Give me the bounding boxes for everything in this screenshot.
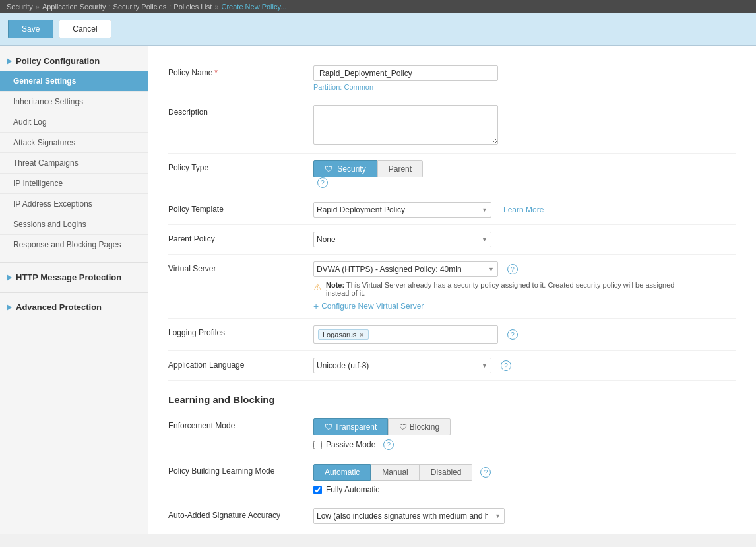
- virtual-server-label: Virtual Server: [168, 261, 313, 273]
- policy-template-label: Policy Template: [168, 202, 313, 214]
- breadcrumb-security: Security: [7, 3, 33, 11]
- breadcrumb-create-new[interactable]: Create New Policy...: [222, 3, 287, 11]
- parent-policy-select[interactable]: None: [313, 232, 491, 247]
- passive-mode-checkbox[interactable]: [313, 441, 322, 449]
- enforcement-mode-row: Enforcement Mode 🛡 Transparent 🛡 Blockin…: [168, 412, 736, 457]
- triangle-icon-adv: [7, 304, 12, 311]
- passive-mode-help-icon[interactable]: ?: [383, 439, 394, 450]
- advanced-protection-section[interactable]: Advanced Protection: [0, 297, 148, 317]
- policy-type-toggle-group: 🛡 Security Parent: [313, 160, 736, 177]
- logging-tag-close[interactable]: ✕: [359, 331, 364, 338]
- app-language-help-icon[interactable]: ?: [501, 360, 511, 371]
- sidebar-item-threat-campaigns[interactable]: Threat Campaigns: [0, 153, 148, 174]
- transparent-btn[interactable]: 🛡 Transparent: [313, 418, 388, 435]
- blocking-btn[interactable]: 🛡 Blocking: [388, 418, 451, 435]
- logging-profiles-tag-input[interactable]: Logasarus ✕: [313, 325, 498, 344]
- fully-automatic-checkbox[interactable]: [313, 486, 322, 494]
- virtual-server-select-wrapper: DVWA (HTTPS) - Assigned Policy: 40min: [313, 261, 498, 277]
- triangle-icon: [7, 58, 12, 65]
- automatic-btn[interactable]: Automatic: [313, 464, 371, 481]
- policy-name-row: Policy Name* Partition: Common: [168, 59, 736, 98]
- virtual-server-help-icon[interactable]: ?: [507, 264, 518, 274]
- passive-mode-row: Passive Mode ?: [313, 439, 736, 450]
- policy-building-row: Policy Building Learning Mode Automatic …: [168, 457, 736, 501]
- sidebar-item-sessions-and-logins[interactable]: Sessions and Logins: [0, 214, 148, 235]
- policy-template-row: Policy Template Rapid Deployment Policy …: [168, 195, 736, 225]
- shield-transparent-icon: 🛡: [325, 422, 332, 432]
- plus-icon: +: [313, 301, 319, 311]
- application-language-row: Application Language Unicode (utf-8) ?: [168, 351, 736, 381]
- auto-signature-field: Low (also includes signatures with mediu…: [313, 508, 736, 524]
- sidebar-item-ip-intelligence[interactable]: IP Intelligence: [0, 174, 148, 194]
- policy-type-help-icon[interactable]: ?: [317, 177, 328, 188]
- disabled-btn[interactable]: Disabled: [420, 464, 473, 481]
- policy-type-security-btn[interactable]: 🛡 Security: [313, 160, 377, 177]
- partition-text: Partition: Common: [313, 83, 736, 91]
- policy-name-input[interactable]: [313, 65, 498, 81]
- sidebar-item-general-settings[interactable]: General Settings: [0, 71, 148, 92]
- virtual-server-row: Virtual Server DVWA (HTTPS) - Assigned P…: [168, 255, 736, 319]
- description-row: Description: [168, 98, 736, 154]
- virtual-server-select[interactable]: DVWA (HTTPS) - Assigned Policy: 40min: [313, 261, 498, 277]
- policy-type-parent-btn[interactable]: Parent: [377, 160, 423, 177]
- policy-type-row: Policy Type 🛡 Security Parent ?: [168, 154, 736, 195]
- parent-policy-field: None: [313, 232, 736, 247]
- logging-profiles-help-icon[interactable]: ?: [507, 329, 518, 340]
- enforcement-mode-field: 🛡 Transparent 🛡 Blocking Passive Mode ?: [313, 418, 736, 450]
- learn-more-link[interactable]: Learn More: [503, 205, 544, 214]
- manual-btn[interactable]: Manual: [371, 464, 419, 481]
- virtual-server-field: DVWA (HTTPS) - Assigned Policy: 40min ? …: [313, 261, 736, 311]
- policy-name-field: Partition: Common: [313, 65, 736, 91]
- sidebar-item-attack-signatures[interactable]: Attack Signatures: [0, 133, 148, 153]
- application-language-field: Unicode (utf-8) ?: [313, 358, 736, 373]
- cancel-button[interactable]: Cancel: [59, 20, 111, 38]
- auto-signature-label: Auto-Added Signature Accuracy: [168, 508, 313, 520]
- policy-building-toggle-group: Automatic Manual Disabled: [313, 464, 472, 481]
- policy-template-field: Rapid Deployment Policy Learn More: [313, 202, 736, 218]
- auto-signature-row: Auto-Added Signature Accuracy Low (also …: [168, 501, 736, 531]
- policy-building-label: Policy Building Learning Mode: [168, 464, 313, 476]
- configure-vs-link[interactable]: + Configure New Virtual Server: [313, 301, 736, 311]
- parent-policy-select-wrapper: None: [313, 232, 491, 247]
- trusted-ip-row: Trusted IP Addresses / Add: [168, 531, 736, 534]
- learning-blocking-heading: Learning and Blocking: [168, 394, 736, 405]
- breadcrumb-policies-list: Policies List: [173, 3, 212, 11]
- policy-building-help-icon[interactable]: ?: [480, 467, 491, 478]
- virtual-server-note: ⚠ Note: This Virtual Server already has …: [313, 281, 683, 297]
- logging-tag: Logasarus ✕: [318, 329, 369, 340]
- application-language-select[interactable]: Unicode (utf-8): [313, 358, 491, 373]
- http-message-protection-section[interactable]: HTTP Message Protection: [0, 267, 148, 288]
- warning-icon: ⚠: [313, 282, 322, 292]
- auto-signature-select-wrapper: Low (also includes signatures with mediu…: [313, 508, 505, 524]
- sidebar-item-ip-address-exceptions[interactable]: IP Address Exceptions: [0, 194, 148, 214]
- advanced-protection-label: Advanced Protection: [16, 302, 102, 312]
- main-layout: Policy Configuration General Settings In…: [0, 46, 756, 534]
- policy-config-section[interactable]: Policy Configuration: [0, 51, 148, 71]
- enforcement-mode-label: Enforcement Mode: [168, 418, 313, 430]
- policy-template-select-wrapper: Rapid Deployment Policy: [313, 202, 491, 218]
- sidebar: Policy Configuration General Settings In…: [0, 46, 148, 534]
- shield-blocking-icon: 🛡: [399, 422, 407, 432]
- sidebar-item-audit-log[interactable]: Audit Log: [0, 112, 148, 133]
- policy-template-select[interactable]: Rapid Deployment Policy: [313, 202, 491, 218]
- save-button[interactable]: Save: [8, 20, 53, 38]
- shield-icon: 🛡: [325, 164, 332, 174]
- application-language-select-wrapper: Unicode (utf-8): [313, 358, 491, 373]
- auto-signature-select[interactable]: Low (also includes signatures with mediu…: [313, 508, 505, 524]
- policy-type-label: Policy Type: [168, 160, 313, 172]
- description-field: [313, 105, 736, 146]
- parent-policy-row: Parent Policy None: [168, 225, 736, 255]
- logging-profiles-row: Logging Profiles Logasarus ✕ ?: [168, 319, 736, 351]
- http-protection-section: HTTP Message Protection: [0, 262, 148, 288]
- description-textarea[interactable]: [313, 105, 498, 145]
- policy-type-field: 🛡 Security Parent ?: [313, 160, 736, 188]
- description-label: Description: [168, 105, 313, 117]
- sidebar-item-inheritance-settings[interactable]: Inheritance Settings: [0, 92, 148, 112]
- fully-automatic-row: Fully Automatic: [313, 485, 736, 494]
- policy-name-label: Policy Name*: [168, 65, 313, 77]
- content-area: Policy Name* Partition: Common Descripti…: [148, 46, 756, 534]
- http-protection-label: HTTP Message Protection: [16, 273, 121, 282]
- sidebar-item-response-and-blocking-pages[interactable]: Response and Blocking Pages: [0, 235, 148, 255]
- enforcement-mode-toggle-group: 🛡 Transparent 🛡 Blocking: [313, 418, 736, 435]
- parent-policy-label: Parent Policy: [168, 232, 313, 243]
